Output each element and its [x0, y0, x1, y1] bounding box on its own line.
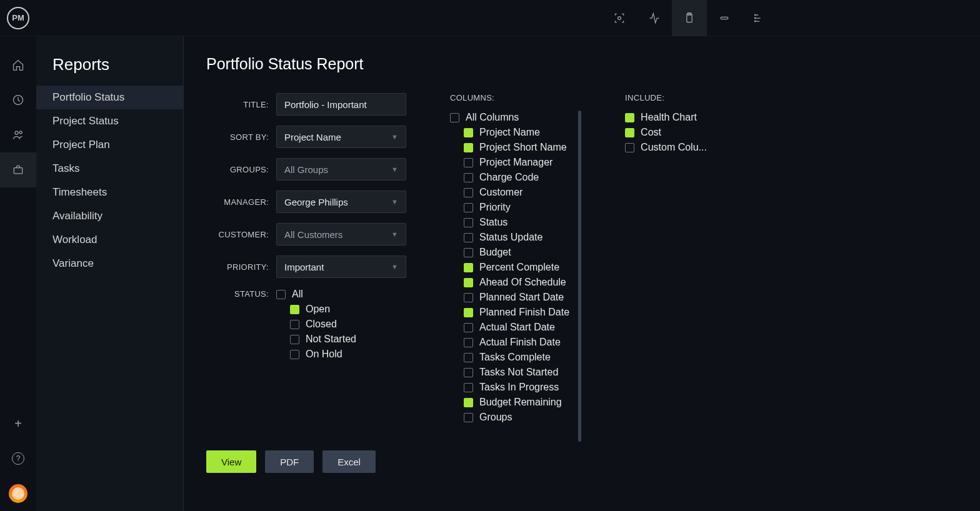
sort-select[interactable]: Project Name▼ — [276, 126, 406, 148]
column-option-tasks-in-progress[interactable]: Tasks In Progress — [464, 381, 569, 394]
sidebar-item-variance[interactable]: Variance — [36, 252, 183, 275]
include-header: INCLUDE: — [625, 93, 707, 102]
status-option-closed[interactable]: Closed — [290, 318, 406, 330]
column-option-project-name[interactable]: Project Name — [464, 126, 569, 139]
logo[interactable]: PM — [0, 0, 36, 36]
checkbox-icon — [464, 218, 473, 227]
check-label: Ahead Of Schedule — [479, 277, 566, 288]
status-option-not-started[interactable]: Not Started — [290, 333, 406, 345]
column-option-charge-code[interactable]: Charge Code — [464, 171, 569, 184]
column-option-status-update[interactable]: Status Update — [464, 231, 569, 244]
pdf-button[interactable]: PDF — [265, 450, 314, 473]
flow-icon[interactable] — [742, 0, 777, 36]
check-label: On Hold — [306, 349, 342, 360]
column-option-tasks-complete[interactable]: Tasks Complete — [464, 351, 569, 364]
check-label: Tasks Not Started — [479, 367, 558, 378]
checkbox-icon — [625, 113, 634, 122]
column-option-percent-complete[interactable]: Percent Complete — [464, 261, 569, 274]
sidebar-item-workload[interactable]: Workload — [36, 228, 183, 252]
sidebar: Reports Portfolio StatusProject StatusPr… — [36, 36, 184, 511]
check-label: Project Short Name — [479, 142, 567, 153]
sidebar-item-tasks[interactable]: Tasks — [36, 157, 183, 181]
briefcase-icon[interactable] — [0, 152, 36, 187]
avatar[interactable] — [0, 476, 36, 511]
status-option-open[interactable]: Open — [290, 303, 406, 315]
include-section: INCLUDE: Health ChartCostCustom Colu... — [625, 93, 707, 473]
svg-point-7 — [15, 131, 18, 134]
checkbox-icon — [625, 128, 634, 137]
column-option-ahead-of-schedule[interactable]: Ahead Of Schedule — [464, 276, 569, 289]
logo-text: PM — [7, 7, 29, 29]
svg-point-0 — [618, 16, 621, 19]
view-button[interactable]: View — [206, 450, 256, 473]
checkbox-icon — [464, 143, 473, 152]
column-option-budget[interactable]: Budget — [464, 246, 569, 259]
column-option-all-columns[interactable]: All Columns — [450, 111, 569, 124]
sort-label: SORT BY: — [206, 132, 269, 142]
checkbox-icon — [464, 413, 473, 422]
checkbox-icon — [464, 203, 473, 212]
include-option-cost[interactable]: Cost — [625, 126, 707, 139]
check-label: Tasks In Progress — [479, 382, 559, 393]
check-label: All Columns — [466, 112, 519, 123]
attachment-icon[interactable] — [707, 0, 742, 36]
add-icon[interactable]: + — [0, 406, 36, 441]
activity-icon[interactable] — [637, 0, 672, 36]
excel-button[interactable]: Excel — [322, 450, 376, 473]
check-label: Budget Remaining — [479, 397, 562, 408]
clipboard-icon[interactable] — [672, 0, 707, 36]
column-option-groups[interactable]: Groups — [464, 411, 569, 424]
scrollbar[interactable] — [578, 111, 581, 442]
checkbox-icon — [464, 383, 473, 392]
column-option-planned-start-date[interactable]: Planned Start Date — [464, 291, 569, 304]
sidebar-item-project-plan[interactable]: Project Plan — [36, 133, 183, 157]
clock-icon[interactable] — [0, 82, 36, 117]
check-label: Status Update — [479, 232, 542, 243]
priority-select[interactable]: Important▼ — [276, 255, 406, 278]
help-icon[interactable]: ? — [0, 441, 36, 476]
checkbox-icon — [464, 398, 473, 407]
chevron-down-icon: ▼ — [391, 263, 398, 270]
svg-point-8 — [19, 131, 22, 134]
svg-point-3 — [755, 14, 756, 16]
column-option-tasks-not-started[interactable]: Tasks Not Started — [464, 366, 569, 379]
sidebar-item-project-status[interactable]: Project Status — [36, 109, 183, 133]
column-option-priority[interactable]: Priority — [464, 201, 569, 214]
checkbox-icon — [464, 308, 473, 317]
action-buttons: View PDF Excel — [206, 450, 406, 473]
check-label: Actual Finish Date — [479, 337, 561, 348]
include-option-health-chart[interactable]: Health Chart — [625, 111, 707, 124]
column-option-status[interactable]: Status — [464, 216, 569, 229]
groups-select[interactable]: All Groups▼ — [276, 158, 406, 181]
column-option-budget-remaining[interactable]: Budget Remaining — [464, 396, 569, 409]
sidebar-item-availability[interactable]: Availability — [36, 204, 183, 228]
title-label: TITLE: — [206, 100, 269, 109]
checkbox-icon — [464, 278, 473, 287]
checkbox-icon — [464, 173, 473, 182]
svg-point-4 — [755, 17, 756, 19]
title-input[interactable]: Portfolio - Important — [276, 93, 406, 116]
manager-select[interactable]: George Phillips▼ — [276, 191, 406, 213]
column-option-project-manager[interactable]: Project Manager — [464, 156, 569, 169]
column-option-planned-finish-date[interactable]: Planned Finish Date — [464, 306, 569, 319]
checkbox-icon — [450, 113, 459, 122]
column-option-project-short-name[interactable]: Project Short Name — [464, 141, 569, 154]
checkbox-icon — [290, 305, 299, 314]
check-label: Planned Finish Date — [479, 307, 569, 318]
scan-icon[interactable] — [602, 0, 637, 36]
checkbox-icon — [464, 368, 473, 377]
column-option-actual-finish-date[interactable]: Actual Finish Date — [464, 336, 569, 349]
sidebar-item-timesheets[interactable]: Timesheets — [36, 181, 183, 204]
home-icon[interactable] — [0, 47, 36, 82]
check-label: Project Name — [479, 127, 540, 138]
include-option-custom-colu-[interactable]: Custom Colu... — [625, 141, 707, 154]
chevron-down-icon: ▼ — [391, 166, 398, 173]
column-option-customer[interactable]: Customer — [464, 186, 569, 199]
customer-select[interactable]: All Customers▼ — [276, 223, 406, 246]
check-label: Not Started — [306, 334, 356, 345]
sidebar-item-portfolio-status[interactable]: Portfolio Status — [36, 86, 183, 109]
status-option-all[interactable]: All — [276, 288, 406, 300]
users-icon[interactable] — [0, 117, 36, 152]
column-option-actual-start-date[interactable]: Actual Start Date — [464, 321, 569, 334]
status-option-on-hold[interactable]: On Hold — [290, 348, 406, 360]
